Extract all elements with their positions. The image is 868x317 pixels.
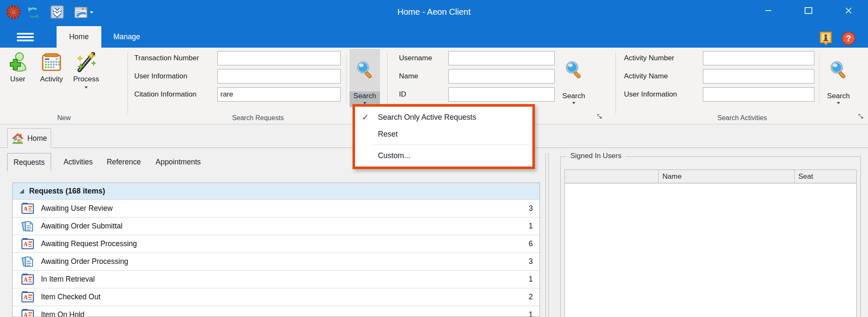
citation-information-label: Citation Information bbox=[134, 90, 196, 99]
field-button-separator bbox=[346, 54, 347, 105]
search-icon bbox=[823, 49, 854, 91]
username-input[interactable] bbox=[448, 51, 555, 65]
signed-in-users-legend: Signed In Users bbox=[567, 152, 625, 160]
column-header-seat[interactable]: Seat bbox=[795, 170, 856, 183]
queue-row-label: Awaiting User Review bbox=[41, 204, 529, 213]
subtab-appointments[interactable]: Appointments bbox=[153, 153, 203, 171]
magic-wand-icon bbox=[75, 51, 97, 73]
menu-item-label: Custom... bbox=[378, 151, 410, 160]
request-queue-icon: A bbox=[21, 308, 34, 317]
column-header-name[interactable]: Name bbox=[659, 170, 795, 183]
calendar-icon bbox=[41, 51, 62, 73]
search-users-button[interactable]: Search bbox=[559, 49, 589, 107]
activity-user-information-input[interactable] bbox=[703, 87, 814, 102]
ribbon-tab-home[interactable]: Home bbox=[57, 26, 101, 48]
queue-row-label: In Item Retrieval bbox=[41, 275, 529, 284]
search-requests-button[interactable]: Search bbox=[350, 49, 380, 107]
group-caption-new: New bbox=[0, 114, 128, 122]
menu-item-reset[interactable]: Reset bbox=[355, 126, 532, 142]
ribbon-group-search-activities: Activity Number Activity Name User Infor… bbox=[616, 48, 868, 124]
queue-row-awaiting-order-submittal[interactable]: Awaiting Order Submittal 1 bbox=[13, 218, 540, 235]
new-user-button[interactable]: User bbox=[2, 51, 34, 96]
signed-in-users-header-row: Name Seat bbox=[565, 170, 856, 183]
svg-text:A: A bbox=[24, 312, 28, 317]
add-user-icon bbox=[7, 51, 28, 73]
activity-name-input[interactable] bbox=[703, 69, 814, 83]
menu-item-search-only-active-requests[interactable]: ✓ Search Only Active Requests bbox=[355, 109, 532, 126]
document-tab-home[interactable]: Home bbox=[7, 128, 51, 148]
user-information-input[interactable] bbox=[217, 69, 341, 83]
subtab-reference-label: Reference bbox=[107, 158, 141, 167]
queue-row-awaiting-order-processing[interactable]: Awaiting Order Processing 3 bbox=[13, 253, 540, 271]
svg-text:A: A bbox=[24, 241, 28, 247]
info-badge-icon[interactable] bbox=[819, 31, 833, 46]
activity-number-input[interactable] bbox=[703, 51, 814, 65]
id-input[interactable] bbox=[448, 87, 555, 102]
id-label: ID bbox=[399, 90, 406, 99]
activity-number-label: Activity Number bbox=[624, 54, 674, 62]
menu-item-custom[interactable]: Custom... bbox=[355, 147, 532, 164]
queue-row-in-item-retrieval[interactable]: A In Item Retrieval 1 bbox=[13, 271, 540, 288]
checkmark-icon: ✓ bbox=[355, 112, 378, 122]
queue-row-count: 1 bbox=[529, 310, 533, 317]
queue-row-label: Awaiting Request Processing bbox=[41, 239, 529, 248]
group-dialog-launcher-icon[interactable] bbox=[858, 113, 865, 120]
name-label: Name bbox=[399, 72, 418, 81]
ribbon-group-search-requests: Transaction Number User Information Cita… bbox=[128, 48, 388, 124]
process-dropdown-caret bbox=[84, 86, 88, 89]
hamburger-menu-button[interactable] bbox=[17, 33, 34, 41]
signed-in-users-table-body bbox=[565, 183, 856, 317]
transaction-number-input[interactable] bbox=[217, 51, 341, 65]
order-queue-icon bbox=[21, 255, 34, 268]
maximize-button[interactable] bbox=[799, 3, 818, 19]
minimize-button[interactable] bbox=[759, 3, 778, 19]
group-separator bbox=[616, 52, 616, 114]
queue-row-awaiting-user-review[interactable]: A Awaiting User Review 3 bbox=[13, 200, 540, 218]
new-activity-button[interactable]: Activity bbox=[35, 51, 68, 96]
subtab-reference[interactable]: Reference bbox=[105, 153, 143, 171]
queue-row-count: 3 bbox=[529, 257, 533, 266]
subtab-activities[interactable]: Activities bbox=[59, 153, 97, 171]
aeon-client-window: Home - Aeon Client Home Manage ? bbox=[0, 0, 868, 317]
queue-row-count: 6 bbox=[529, 239, 533, 248]
subtab-activities-label: Activities bbox=[63, 158, 92, 167]
search-activities-button[interactable]: Search bbox=[823, 49, 854, 107]
queue-row-count: 3 bbox=[529, 204, 533, 213]
ribbon-tab-band: Home Manage ? bbox=[0, 26, 868, 48]
queue-row-item-checked-out[interactable]: A Item Checked Out 2 bbox=[13, 288, 540, 306]
queue-row-item-on-hold[interactable]: A Item On Hold 1 bbox=[13, 306, 540, 317]
column-header-blank[interactable] bbox=[565, 170, 659, 183]
activity-name-label: Activity Name bbox=[624, 72, 668, 81]
citation-information-input[interactable] bbox=[217, 87, 341, 102]
new-activity-label: Activity bbox=[40, 75, 63, 83]
requests-group-header[interactable]: Requests (168 items) bbox=[13, 183, 540, 200]
requests-group-header-label: Requests (168 items) bbox=[29, 187, 105, 196]
signed-in-users-groupbox: Signed In Users Name Seat bbox=[560, 156, 861, 317]
search-users-button-label: Search bbox=[562, 92, 585, 100]
name-input[interactable] bbox=[448, 69, 555, 83]
window-title: Home - Aeon Client bbox=[0, 7, 868, 17]
search-users-caret bbox=[572, 102, 575, 104]
activity-user-information-label: User Information bbox=[624, 90, 677, 99]
queue-row-awaiting-request-processing[interactable]: A Awaiting Request Processing 6 bbox=[13, 235, 540, 253]
close-button[interactable] bbox=[839, 3, 858, 19]
search-activities-caret bbox=[837, 102, 840, 104]
queue-row-label: Awaiting Order Processing bbox=[41, 257, 529, 266]
help-icon[interactable]: ? bbox=[841, 31, 856, 46]
group-caption-search-requests: Search Requests bbox=[128, 114, 388, 122]
search-activities-button-label: Search bbox=[827, 92, 850, 100]
subtab-requests[interactable]: Requests bbox=[7, 153, 51, 171]
panel-splitter[interactable] bbox=[545, 153, 549, 317]
queue-row-count: 1 bbox=[529, 222, 533, 231]
help-icon: ? bbox=[841, 31, 856, 46]
group-dialog-launcher-icon[interactable] bbox=[597, 113, 603, 120]
request-queue-icon: A bbox=[21, 237, 34, 250]
ribbon-tab-manage[interactable]: Manage bbox=[106, 26, 148, 48]
transaction-number-label: Transaction Number bbox=[134, 54, 199, 62]
svg-text:A: A bbox=[24, 206, 28, 212]
group-separator bbox=[127, 52, 128, 114]
new-process-button[interactable]: Process bbox=[70, 51, 102, 96]
ribbon-tab-home-label: Home bbox=[69, 32, 89, 41]
group-caption-search-activities: Search Activities bbox=[616, 114, 868, 122]
queue-row-count: 2 bbox=[529, 293, 533, 301]
